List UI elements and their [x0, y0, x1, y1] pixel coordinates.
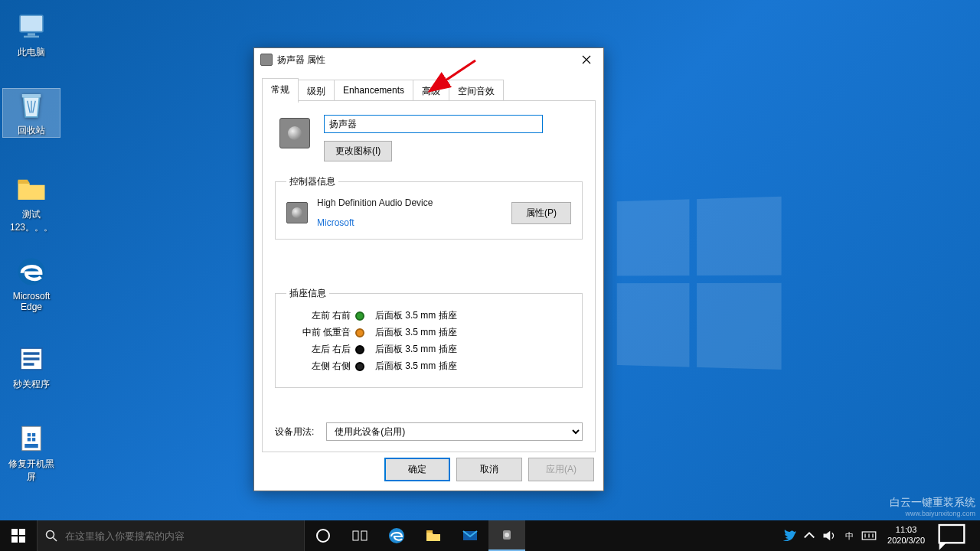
svg-rect-16: [11, 529, 18, 535]
jack-row: 左后 右后后面板 3.5 mm 插座: [286, 343, 571, 356]
this-pc-icon: [15, 11, 47, 43]
jack-row: 中前 低重音后面板 3.5 mm 插座: [286, 326, 571, 339]
change-icon-button[interactable]: 更改图标(I): [324, 141, 392, 161]
svg-rect-12: [28, 438, 31, 441]
desktop-icon-label: 修复开机黑屏: [3, 458, 60, 484]
jack-color-icon: [355, 362, 364, 371]
jack-label: 左侧 右侧: [286, 360, 351, 373]
desktop-icon-test-folder[interactable]: 测试123。。。: [3, 173, 60, 234]
recycle-bin-icon: [15, 89, 47, 121]
folder-icon: [15, 173, 47, 205]
edge-icon: [15, 256, 47, 288]
window-title: 扬声器 属性: [277, 54, 569, 67]
jack-label: 中前 低重音: [286, 326, 351, 339]
jack-description: 后面板 3.5 mm 插座: [375, 326, 571, 339]
desktop-icon-this-pc[interactable]: 此电脑: [3, 11, 60, 59]
controller-icon: [286, 202, 308, 223]
tab-panel-general: 更改图标(I) 控制器信息 High Definition Audio Devi…: [262, 100, 596, 452]
jack-label: 左后 右后: [286, 343, 351, 356]
svg-point-29: [505, 533, 509, 537]
jack-color-icon: [355, 311, 364, 321]
tray-clock[interactable]: 11:03 2020/3/20: [881, 525, 931, 546]
app-icon: [15, 343, 47, 375]
tray-chevron-up-icon[interactable]: [802, 528, 817, 543]
jack-description: 后面板 3.5 mm 插座: [375, 343, 571, 356]
controller-vendor: Microsoft: [317, 217, 502, 228]
tray-keyboard-icon[interactable]: [861, 528, 877, 543]
taskbar-edge[interactable]: [378, 520, 415, 551]
controller-properties-button[interactable]: 属性(P): [511, 202, 571, 224]
cancel-button[interactable]: 取消: [456, 458, 522, 481]
tray-twitter-icon[interactable]: [782, 528, 797, 543]
svg-rect-8: [24, 363, 34, 366]
svg-rect-26: [426, 530, 433, 533]
tray-date: 2020/3/20: [887, 536, 925, 546]
svg-rect-2: [24, 36, 39, 38]
jack-description: 后面板 3.5 mm 插座: [375, 360, 571, 373]
search-icon: [45, 530, 57, 542]
svg-rect-3: [22, 94, 41, 97]
svg-rect-13: [32, 438, 35, 441]
taskbar-sound-settings[interactable]: [488, 520, 525, 551]
repair-icon: [15, 422, 47, 455]
jack-color-icon: [355, 328, 364, 337]
taskbar-taskview[interactable]: [341, 520, 378, 551]
search-input[interactable]: [65, 530, 296, 542]
device-usage-label: 设备用法:: [275, 425, 314, 439]
windows-logo-bg: [617, 196, 789, 377]
desktop-icon-recycle-bin[interactable]: 回收站: [3, 89, 60, 137]
taskbar-cortana[interactable]: [305, 520, 341, 551]
tab-general[interactable]: 常规: [262, 78, 299, 103]
desktop-icon-edge[interactable]: MicrosoftEdge: [3, 256, 60, 312]
jack-legend: 插座信息: [286, 287, 329, 300]
titlebar[interactable]: 扬声器 属性: [254, 48, 603, 71]
taskbar-search[interactable]: [37, 520, 305, 551]
svg-rect-18: [11, 536, 18, 543]
svg-line-21: [54, 538, 57, 542]
desktop-icon-quick-close[interactable]: 秒关程序: [3, 343, 60, 391]
jack-label: 左前 右前: [286, 309, 351, 322]
tray-ime-indicator[interactable]: 中: [841, 528, 857, 543]
desktop-icon-label: 此电脑: [3, 46, 60, 59]
close-button[interactable]: [569, 48, 603, 71]
taskbar-explorer[interactable]: [415, 520, 452, 551]
jack-color-icon: [355, 345, 364, 354]
taskbar: 中 11:03 2020/3/20: [0, 520, 980, 551]
desktop-icon-repair[interactable]: 修复开机黑屏: [3, 422, 60, 484]
apply-button[interactable]: 应用(A): [528, 458, 594, 481]
svg-rect-6: [24, 352, 40, 355]
desktop-icon-label: 测试123。。。: [3, 208, 60, 234]
speaker-properties-dialog: 扬声器 属性 常规 级别 Enhancements 高级 空间音效 更改图标(I…: [253, 47, 604, 491]
speaker-icon: [260, 54, 273, 66]
ok-button[interactable]: 确定: [384, 458, 450, 481]
svg-rect-19: [19, 536, 25, 543]
jack-row: 左前 右前后面板 3.5 mm 插座: [286, 309, 571, 322]
svg-rect-10: [28, 433, 31, 436]
watermark: 白云一键重装系统 www.baiyunxitong.com: [890, 496, 975, 517]
svg-rect-0: [20, 15, 43, 32]
svg-rect-34: [939, 525, 965, 543]
svg-rect-23: [353, 531, 358, 540]
dialog-button-row: 确定 取消 应用(A): [384, 458, 594, 481]
controller-name: High Definition Audio Device: [317, 197, 502, 208]
system-tray: 中 11:03 2020/3/20: [779, 520, 980, 551]
svg-rect-7: [24, 357, 40, 360]
tray-notifications[interactable]: [936, 520, 968, 551]
controller-info-group: 控制器信息 High Definition Audio Device Micro…: [275, 175, 583, 240]
tray-sound-icon[interactable]: [822, 528, 837, 543]
jack-row: 左侧 右侧后面板 3.5 mm 插座: [286, 360, 571, 373]
desktop-icon-label: 秒关程序: [3, 378, 60, 391]
svg-rect-14: [24, 444, 38, 448]
device-large-icon: [279, 118, 310, 148]
tray-time: 11:03: [887, 525, 925, 536]
svg-rect-24: [361, 531, 367, 540]
taskbar-mail[interactable]: [452, 520, 488, 551]
start-button[interactable]: [0, 520, 37, 551]
svg-rect-17: [19, 529, 25, 535]
device-usage-select[interactable]: 使用此设备(启用): [326, 422, 583, 441]
desktop-icon-label: MicrosoftEdge: [3, 291, 60, 312]
device-name-input[interactable]: [324, 115, 543, 133]
svg-rect-1: [28, 33, 35, 35]
svg-point-20: [47, 531, 54, 539]
controller-legend: 控制器信息: [286, 175, 338, 188]
